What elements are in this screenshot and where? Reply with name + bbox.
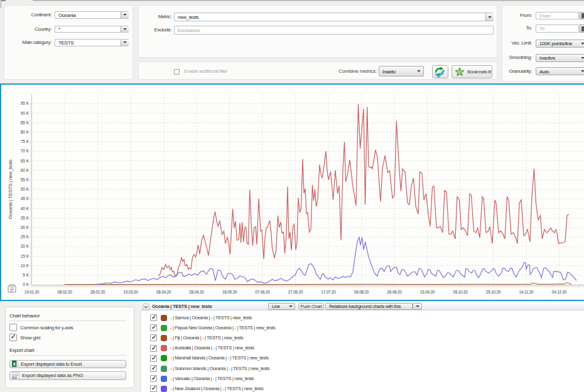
svg-text:08.02.20: 08.02.20 bbox=[57, 290, 72, 294]
svg-text:28.04.20: 28.04.20 bbox=[189, 290, 204, 294]
svg-text:70 K: 70 K bbox=[21, 149, 30, 153]
svg-text:40 K: 40 K bbox=[21, 206, 30, 211]
svg-text:25 K: 25 K bbox=[21, 235, 30, 239]
svg-text:15 K: 15 K bbox=[21, 254, 30, 258]
svg-text:30 K: 30 K bbox=[21, 225, 30, 230]
svg-text:5 K: 5 K bbox=[23, 273, 29, 277]
svg-text:28.02.20: 28.02.20 bbox=[90, 290, 105, 294]
svg-text:50 K: 50 K bbox=[21, 187, 30, 191]
svg-text:17.07.20: 17.07.20 bbox=[321, 290, 336, 294]
svg-text:07.06.20: 07.06.20 bbox=[255, 290, 270, 294]
svg-text:Oceania | TESTS | new_tests: Oceania | TESTS | new_tests bbox=[8, 159, 13, 219]
svg-text:0 K: 0 K bbox=[23, 282, 29, 287]
svg-text:25.10.20: 25.10.20 bbox=[486, 290, 501, 294]
svg-text:95 K: 95 K bbox=[21, 101, 30, 105]
svg-text:18.05.20: 18.05.20 bbox=[222, 290, 237, 294]
svg-text:85 K: 85 K bbox=[21, 120, 30, 125]
svg-text:08.04.20: 08.04.20 bbox=[156, 290, 171, 294]
svg-text:B: B bbox=[458, 70, 462, 74]
svg-text:19.01.20: 19.01.20 bbox=[24, 290, 40, 294]
svg-text:65 K: 65 K bbox=[21, 159, 30, 163]
svg-text:06.08.20: 06.08.20 bbox=[354, 290, 369, 294]
svg-text:45 K: 45 K bbox=[21, 196, 30, 201]
svg-text:X: X bbox=[13, 361, 16, 367]
svg-text:60 K: 60 K bbox=[21, 168, 30, 172]
svg-text:19.03.20: 19.03.20 bbox=[123, 290, 138, 294]
svg-text:PNG: PNG bbox=[13, 376, 17, 379]
svg-text:14.11.20: 14.11.20 bbox=[519, 290, 534, 294]
svg-text:80 K: 80 K bbox=[21, 130, 30, 134]
svg-text:04.12.20: 04.12.20 bbox=[552, 290, 567, 294]
svg-text:05.10.20: 05.10.20 bbox=[453, 290, 468, 294]
svg-text:26.08.20: 26.08.20 bbox=[387, 290, 402, 294]
svg-text:27.06.20: 27.06.20 bbox=[288, 290, 303, 294]
svg-text:75 K: 75 K bbox=[21, 139, 30, 144]
svg-text:35 K: 35 K bbox=[21, 216, 30, 220]
svg-text:20 K: 20 K bbox=[21, 244, 30, 248]
svg-text:55 K: 55 K bbox=[21, 177, 30, 182]
svg-text:15.09.20: 15.09.20 bbox=[420, 290, 435, 294]
svg-text:90 K: 90 K bbox=[21, 111, 30, 115]
svg-text:10 K: 10 K bbox=[21, 263, 30, 268]
